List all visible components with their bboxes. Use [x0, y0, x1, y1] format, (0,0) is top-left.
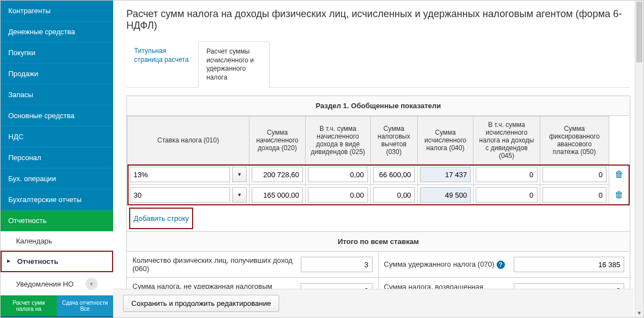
input-025[interactable]: [308, 167, 368, 182]
subnav-notifications-label: Уведомления НО: [16, 280, 73, 288]
nav-stocks[interactable]: Запасы: [1, 84, 113, 105]
subnav-calendar[interactable]: Календарь: [1, 231, 113, 251]
section-1-table: Ставка налога (010) Сумма начисленного д…: [127, 116, 630, 205]
scroll-down-icon[interactable]: ▼: [635, 309, 643, 317]
col-030: Сумма налоговых вычетов (030): [370, 116, 417, 165]
rate-dropdown[interactable]: ▼: [232, 187, 247, 203]
label-060: Количество физических лиц, получивших до…: [132, 256, 297, 273]
nav-cash[interactable]: Денежные средства: [1, 22, 113, 43]
totals-row-1: Количество физических лиц, получивших до…: [127, 252, 630, 278]
nav-fixed-assets[interactable]: Основные средства: [1, 105, 113, 126]
expand-icon[interactable]: ▾: [86, 278, 98, 290]
input-050[interactable]: [542, 187, 606, 203]
col-040: Сумма исчисленного налога (040): [417, 116, 473, 165]
help-icon[interactable]: ?: [497, 261, 505, 269]
input-045[interactable]: [476, 187, 537, 203]
input-060[interactable]: [301, 257, 372, 272]
tab-title-page[interactable]: Титульная страница расчета: [126, 41, 198, 87]
scroll-thumb[interactable]: [636, 2, 642, 62]
trash-icon[interactable]: 🗑: [611, 166, 627, 182]
subnav: Календарь Отчетность Уведомления НО ▾: [1, 231, 113, 295]
table-row: ▼ 🗑: [127, 185, 630, 205]
nav-acc-reports[interactable]: Бухгалтерские отчеты: [1, 189, 113, 210]
rate-dropdown[interactable]: ▼: [232, 167, 247, 182]
sidebar: Контрагенты Денежные средства Покупки Пр…: [1, 1, 113, 317]
page-title: Расчет сумм налога на доходы физических …: [126, 8, 630, 31]
subnav-notifications[interactable]: Уведомления НО ▾: [1, 272, 113, 295]
content: Расчет сумм налога на доходы физических …: [113, 1, 643, 317]
nav-vat[interactable]: НДС: [1, 126, 113, 147]
nav-sales[interactable]: Продажи: [1, 63, 113, 84]
save-continue-button[interactable]: Сохранить и продолжить редактирование: [123, 295, 279, 312]
worktab-submit-all[interactable]: Сдача отчетности Все: [57, 295, 113, 316]
worktab-tax-calc[interactable]: Расчет сумм налога на: [1, 295, 57, 316]
tab-calc-page[interactable]: Расчет суммы исчисленного и удержанного …: [198, 41, 270, 88]
nav-counterparties[interactable]: Контрагенты: [1, 1, 113, 22]
rate-input[interactable]: [130, 167, 230, 182]
col-020: Сумма начисленного дохода (020): [249, 116, 306, 165]
input-040[interactable]: [420, 167, 471, 182]
input-020[interactable]: [252, 187, 303, 203]
nav-purchases[interactable]: Покупки: [1, 43, 113, 63]
col-050: Сумма фиксированного авансового платежа …: [540, 116, 609, 165]
nav-reporting[interactable]: Отчетность: [1, 210, 113, 231]
bottom-tabs: Расчет сумм налога на Сдача отчетности В…: [1, 295, 113, 318]
input-030[interactable]: [373, 167, 415, 182]
subnav-reporting[interactable]: Отчетность: [1, 251, 113, 272]
col-010: Ставка налога (010): [127, 116, 249, 165]
page-tabs: Титульная страница расчета Расчет суммы …: [126, 41, 630, 88]
section-1: Раздел 1. Обобщенные показатели Ставка н…: [126, 96, 630, 305]
rate-input[interactable]: [130, 187, 230, 203]
input-025[interactable]: [308, 187, 368, 203]
nav-acc-operations[interactable]: Бух. операции: [1, 168, 113, 189]
save-bar: Сохранить и продолжить редактирование: [113, 289, 634, 317]
nav-personnel[interactable]: Персонал: [1, 147, 113, 168]
col-025: В т.ч. сумма начисленного дохода в виде …: [306, 116, 370, 165]
table-row: ▼ 🗑: [127, 165, 630, 185]
add-row-link[interactable]: Добавить строку: [129, 208, 193, 229]
totals-title: Итого по всем ставкам: [127, 231, 630, 252]
col-045: В т.ч. сумма исчисленного налога на дохо…: [473, 116, 540, 165]
input-040[interactable]: [420, 187, 471, 203]
input-070[interactable]: [514, 257, 624, 272]
label-070: Сумма удержанного налога (070) ?: [384, 260, 511, 269]
input-050[interactable]: [542, 167, 606, 182]
trash-icon[interactable]: 🗑: [611, 187, 627, 203]
input-020[interactable]: [252, 167, 303, 182]
section-1-title: Раздел 1. Обобщенные показатели: [127, 96, 630, 116]
input-045[interactable]: [476, 167, 537, 182]
scrollbar[interactable]: ▲ ▼: [635, 1, 643, 317]
input-030[interactable]: [373, 187, 415, 203]
